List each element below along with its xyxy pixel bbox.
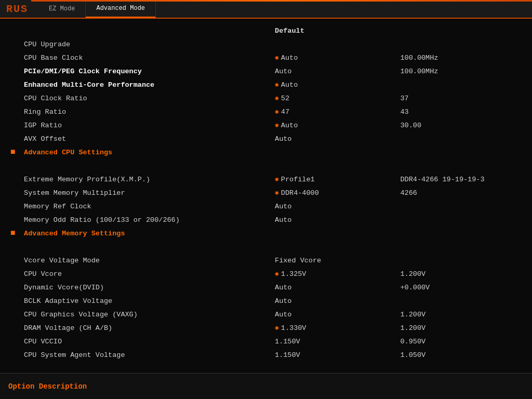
row-cpu-clock-ratio[interactable]: CPU Clock Ratio ✱ 52 37 <box>8 91 524 105</box>
value2-ring-ratio: 43 <box>398 105 524 118</box>
label-memory-multiplier: System Memory Multiplier <box>22 186 273 200</box>
label-dram-voltage: DRAM Voltage (CH A/B) <box>22 321 273 335</box>
orange-accent-bar <box>31 0 532 2</box>
dot-ring-ratio: ✱ <box>275 108 279 116</box>
section-marker-memory: ■ <box>10 229 16 238</box>
spacer-2 <box>8 240 524 254</box>
row-cpu-upgrade: CPU Upgrade <box>8 37 524 51</box>
label-cpu-system-agent: CPU System Agent Voltage <box>22 348 273 362</box>
value2-memory-multiplier: 4266 <box>398 186 524 200</box>
label-ring-ratio: Ring Ratio <box>22 105 273 118</box>
row-cpu-base-clock[interactable]: CPU Base Clock ✱ Auto 100.00MHz <box>8 51 524 64</box>
value2-dram-voltage: 1.200V <box>398 321 524 335</box>
row-cpu-graphics-voltage[interactable]: CPU Graphics Voltage (VAXG) Auto 1.200V <box>8 308 524 321</box>
header-tabs: EZ Mode Advanced Mode <box>38 0 156 18</box>
dot-igp-ratio: ✱ <box>275 121 279 129</box>
dot-cpu-clock-ratio: ✱ <box>275 94 279 102</box>
label-cpu-vcore: CPU Vcore <box>22 267 273 281</box>
row-igp-ratio[interactable]: IGP Ratio ✱ Auto 30.00 <box>8 118 524 132</box>
tab-ez-mode[interactable]: EZ Mode <box>38 0 86 18</box>
value-vcore-mode: Fixed Vcore <box>273 254 398 267</box>
label-memory-ref-clock: Memory Ref Clock <box>22 200 273 213</box>
value2-dynamic-vcore: +0.000V <box>398 281 524 294</box>
dot-cpu-base-clock: ✱ <box>275 54 279 62</box>
label-avx-offset: AVX Offset <box>22 132 273 145</box>
option-description-label: Option Description <box>8 382 87 391</box>
label-cpu-graphics-voltage: CPU Graphics Voltage (VAXG) <box>22 308 273 321</box>
value2-xmp: DDR4-4266 19-19-19-3 <box>398 172 524 186</box>
label-dynamic-vcore: Dynamic Vcore(DVID) <box>22 281 273 294</box>
default-column-header: Default <box>273 24 398 37</box>
value2-cpu-graphics-voltage: 1.200V <box>398 308 524 321</box>
row-memory-odd-ratio[interactable]: Memory Odd Ratio (100/133 or 200/266) Au… <box>8 213 524 227</box>
default-header-row: Default <box>8 24 524 37</box>
label-cpu-upgrade: CPU Upgrade <box>22 37 273 51</box>
value2-pcie-clock: 100.00MHz <box>398 64 524 78</box>
row-cpu-system-agent[interactable]: CPU System Agent Voltage 1.150V 1.050V <box>8 348 524 362</box>
value2-cpu-vccio: 0.950V <box>398 335 524 348</box>
label-xmp: Extreme Memory Profile(X.M.P.) <box>22 172 273 186</box>
label-advanced-cpu-settings: Advanced CPU Settings <box>22 145 273 159</box>
dot-memory-multiplier: ✱ <box>275 189 279 197</box>
row-advanced-cpu-settings[interactable]: ■ Advanced CPU Settings <box>8 145 524 159</box>
label-vcore-mode: Vcore Voltage Mode <box>22 254 273 267</box>
value2-cpu-base-clock: 100.00MHz <box>398 51 524 64</box>
asus-logo: RUS <box>6 3 28 15</box>
header-bar: RUS EZ Mode Advanced Mode <box>0 0 532 19</box>
label-cpu-base-clock: CPU Base Clock <box>22 51 273 64</box>
value2-igp-ratio: 30.00 <box>398 118 524 132</box>
row-avx-offset[interactable]: AVX Offset Auto <box>8 132 524 145</box>
row-cpu-vcore[interactable]: CPU Vcore ✱ 1.325V 1.200V <box>8 267 524 281</box>
row-memory-ref-clock[interactable]: Memory Ref Clock Auto <box>8 200 524 213</box>
settings-table: Default CPU Upgrade CPU Base Clock ✱ Aut… <box>8 24 524 362</box>
value-cpu-base-clock: ✱ Auto <box>275 54 396 62</box>
row-ring-ratio[interactable]: Ring Ratio ✱ 47 43 <box>8 105 524 118</box>
tab-advanced-mode[interactable]: Advanced Mode <box>86 0 156 18</box>
section-marker-cpu: ■ <box>10 148 16 157</box>
label-cpu-clock-ratio: CPU Clock Ratio <box>22 91 273 105</box>
label-cpu-vccio: CPU VCCIO <box>22 335 273 348</box>
row-dynamic-vcore[interactable]: Dynamic Vcore(DVID) Auto +0.000V <box>8 281 524 294</box>
value2-cpu-vcore: 1.200V <box>398 267 524 281</box>
dot-cpu-vcore: ✱ <box>275 270 279 278</box>
row-vcore-mode[interactable]: Vcore Voltage Mode Fixed Vcore <box>8 254 524 267</box>
value2-cpu-clock-ratio: 37 <box>398 91 524 105</box>
spacer-1 <box>8 159 524 172</box>
value2-cpu-system-agent: 1.050V <box>398 348 524 362</box>
footer: Option Description <box>0 373 532 399</box>
row-advanced-memory-settings[interactable]: ■ Advanced Memory Settings <box>8 227 524 240</box>
row-pcie-clock[interactable]: PCIe/DMI/PEG Clock Frequency Auto 100.00… <box>8 64 524 78</box>
dot-enhanced-multicore: ✱ <box>275 81 279 89</box>
row-cpu-vccio[interactable]: CPU VCCIO 1.150V 0.950V <box>8 335 524 348</box>
row-bclk-adaptive[interactable]: BCLK Adaptive Voltage Auto <box>8 294 524 308</box>
label-bclk-adaptive: BCLK Adaptive Voltage <box>22 294 273 308</box>
main-content: Default CPU Upgrade CPU Base Clock ✱ Aut… <box>0 19 532 373</box>
row-memory-multiplier[interactable]: System Memory Multiplier ✱ DDR4-4000 426… <box>8 186 524 200</box>
dot-xmp: ✱ <box>275 175 279 183</box>
label-pcie-clock: PCIe/DMI/PEG Clock Frequency <box>22 64 273 78</box>
label-enhanced-multicore: Enhanced Multi-Core Performance <box>22 78 273 91</box>
label-advanced-memory-settings: Advanced Memory Settings <box>22 227 273 240</box>
dot-dram-voltage: ✱ <box>275 324 279 332</box>
label-memory-odd-ratio: Memory Odd Ratio (100/133 or 200/266) <box>22 213 273 227</box>
label-igp-ratio: IGP Ratio <box>22 118 273 132</box>
row-enhanced-multicore[interactable]: Enhanced Multi-Core Performance ✱ Auto <box>8 78 524 91</box>
row-dram-voltage[interactable]: DRAM Voltage (CH A/B) ✱ 1.330V 1.200V <box>8 321 524 335</box>
row-xmp[interactable]: Extreme Memory Profile(X.M.P.) ✱ Profile… <box>8 172 524 186</box>
